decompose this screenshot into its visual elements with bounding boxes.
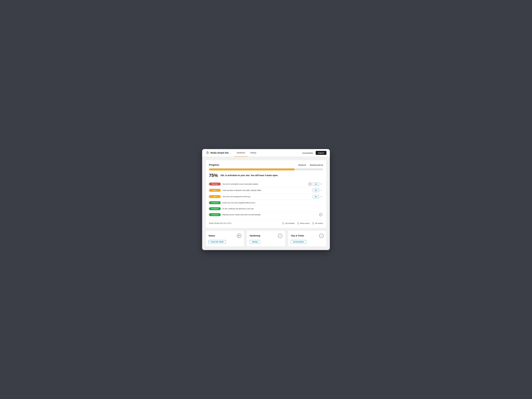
hardening-card: Hardening ✓ Settings bbox=[247, 231, 285, 247]
support-button[interactable]: Support bbox=[316, 151, 327, 155]
footer-badge-ssl-label: SSL Activated bbox=[285, 222, 294, 224]
progress-bar-container bbox=[209, 168, 323, 170]
main-content: Progress All tasks (8) | Remaining tasks… bbox=[202, 157, 330, 250]
footer-badge-redirect-label: 301 redirect bbox=[315, 222, 323, 224]
status-badge-open: Open bbox=[209, 189, 221, 192]
status-grade-icon: A+ bbox=[237, 234, 241, 238]
fix-button[interactable]: Fix bbox=[313, 195, 319, 198]
fix-button[interactable]: Fix bbox=[313, 189, 319, 192]
ssl-lock-icon bbox=[282, 222, 284, 225]
tips-documentation-button[interactable]: Documentation bbox=[291, 240, 306, 244]
fix-button[interactable]: Fix bbox=[313, 183, 319, 186]
nav-tabs: Dashboard Settings bbox=[234, 149, 259, 157]
task-actions: i bbox=[319, 213, 322, 216]
dismiss-button[interactable]: × bbox=[320, 196, 322, 198]
status-card: Status A+ Check SSL Health bbox=[206, 231, 244, 247]
status-card-header: Status A+ bbox=[209, 234, 241, 238]
tips-card-title: Tips & Tricks bbox=[291, 234, 304, 237]
check-ssl-health-button[interactable]: Check SSL Health bbox=[209, 240, 226, 244]
dismiss-button[interactable]: × bbox=[320, 183, 322, 185]
nav-bar: Really Simple SSL Dashboard Settings Doc… bbox=[202, 149, 330, 157]
tips-card-header: Tips & Tricks i bbox=[291, 234, 323, 238]
progress-title: Progress bbox=[209, 164, 219, 166]
task-actions: Fix × bbox=[313, 195, 322, 198]
table-row: Completed An SSL certificate was detecte… bbox=[209, 206, 322, 212]
status-grade-label: A+ bbox=[238, 235, 240, 237]
status-badge-open: Open bbox=[209, 195, 221, 198]
table-row: Warning Your site is vulnerable to user … bbox=[209, 181, 322, 187]
app-window: Really Simple SSL Dashboard Settings Doc… bbox=[202, 149, 330, 250]
progress-links: All tasks (8) | Remaining tasks (3) bbox=[298, 164, 323, 166]
app-logo-icon bbox=[206, 151, 209, 155]
table-row: Open Your site is not configured for HST… bbox=[209, 194, 322, 200]
progress-summary: 75% SSL is activated on your site. You s… bbox=[209, 173, 323, 178]
bottom-cards: Status A+ Check SSL Health Hardening ✓ S… bbox=[206, 231, 326, 247]
progress-percent: 75% bbox=[209, 173, 218, 178]
footer-brand: Really Simple SSL Pro | 6.0.0 bbox=[209, 222, 231, 224]
progress-bar-fill bbox=[209, 168, 295, 170]
hardening-check-label: ✓ bbox=[279, 234, 281, 237]
mixed-content-lock-icon bbox=[297, 222, 299, 225]
tips-card: Tips & Tricks i Documentation bbox=[288, 231, 326, 247]
card-footer: Really Simple SSL Pro | 6.0.0 SSL Activa… bbox=[209, 220, 323, 225]
info-icon[interactable]: i bbox=[319, 213, 322, 216]
redirect-lock-icon bbox=[311, 222, 314, 225]
nav-brand-title: Really Simple SSL bbox=[210, 152, 229, 154]
hardening-card-header: Hardening ✓ bbox=[250, 234, 282, 238]
nav-brand: Really Simple SSL bbox=[206, 151, 229, 155]
footer-badges: SSL Activated Mixed content bbox=[282, 222, 323, 225]
footer-brand-name: Really Simple SSL Pro bbox=[209, 222, 226, 224]
status-badge-warning: Warning bbox=[209, 183, 221, 185]
info-icon[interactable]: i bbox=[309, 183, 311, 186]
nav-right: Documentation Support bbox=[302, 151, 326, 155]
hardening-check-icon: ✓ bbox=[278, 234, 282, 238]
footer-badge-mixed: Mixed content bbox=[297, 222, 309, 225]
status-badge-completed: Completed bbox=[209, 207, 221, 210]
progress-divider: | bbox=[308, 164, 308, 166]
footer-badge-ssl: SSL Activated bbox=[282, 222, 294, 225]
tips-info-label: i bbox=[321, 235, 322, 237]
footer-badge-mixed-label: Mixed content bbox=[300, 222, 309, 224]
task-text: Code execution is allowed in the public … bbox=[222, 189, 311, 191]
dismiss-button[interactable]: × bbox=[320, 189, 322, 191]
progress-card: Progress All tasks (8) | Remaining tasks… bbox=[206, 160, 326, 228]
task-actions: Fix × bbox=[313, 189, 322, 192]
tab-dashboard[interactable]: Dashboard bbox=[234, 149, 247, 157]
table-row: Open Code execution is allowed in the pu… bbox=[209, 187, 322, 194]
task-text: HttpOnly Secure cookies have been set au… bbox=[222, 214, 317, 215]
task-text: Your site is not configured for HSTS yet… bbox=[222, 196, 311, 197]
remaining-tasks-link[interactable]: Remaining tasks (3) bbox=[310, 164, 323, 166]
hardening-card-title: Hardening bbox=[250, 234, 260, 237]
table-row: Completed HttpOnly Secure cookies have b… bbox=[209, 212, 322, 217]
status-card-title: Status bbox=[209, 234, 215, 237]
task-text: Your site is vulnerable to user enumerat… bbox=[222, 183, 307, 185]
status-badge-completed: Completed bbox=[209, 201, 221, 204]
task-list: Warning Your site is vulnerable to user … bbox=[209, 181, 323, 217]
footer-badge-redirect: 301 redirect bbox=[311, 222, 323, 225]
tab-settings[interactable]: Settings bbox=[247, 149, 259, 157]
task-text: An SSL certificate was detected on your … bbox=[222, 208, 321, 210]
tips-info-icon: i bbox=[319, 234, 323, 238]
table-row: Completed Great! Your scan last complete… bbox=[209, 200, 322, 206]
task-text: Great! Your scan last completed without … bbox=[222, 202, 321, 204]
all-tasks-link[interactable]: All tasks (8) bbox=[298, 164, 306, 166]
hardening-settings-button[interactable]: Settings bbox=[250, 240, 260, 244]
progress-header: Progress All tasks (8) | Remaining tasks… bbox=[209, 164, 323, 166]
status-badge-completed: Completed bbox=[209, 213, 221, 216]
documentation-link[interactable]: Documentation bbox=[302, 152, 313, 154]
task-actions: i Fix × bbox=[309, 183, 322, 186]
footer-version: | 6.0.0 bbox=[226, 222, 231, 224]
progress-message: SSL is activated on your site. You still… bbox=[221, 174, 278, 177]
